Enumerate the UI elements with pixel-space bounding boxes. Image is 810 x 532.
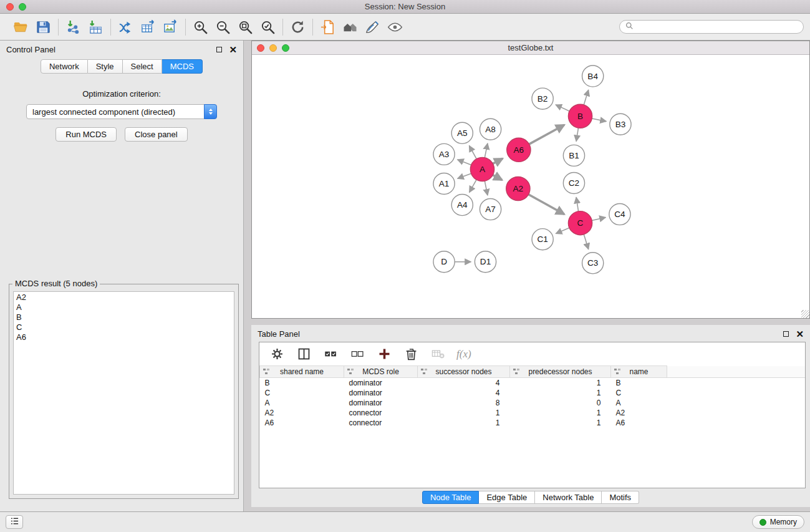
tab-style[interactable]: Style — [88, 59, 123, 74]
network-zoom-button[interactable] — [282, 44, 289, 52]
table-row[interactable]: A6connector11A6 — [260, 418, 806, 428]
graph-node-A5[interactable]: A5 — [451, 122, 473, 143]
network-close-button[interactable] — [257, 44, 264, 52]
result-item[interactable]: C — [16, 322, 231, 332]
column-header[interactable]: name — [611, 366, 667, 378]
graph-edge-C-C3[interactable] — [584, 235, 588, 249]
deselect-all-icon[interactable] — [349, 346, 365, 362]
run-mcds-button[interactable]: Run MCDS — [55, 127, 117, 142]
graph-edge-A-A5[interactable] — [469, 145, 476, 158]
graph-node-A2[interactable]: A2 — [506, 177, 530, 200]
graph-edge-C-C4[interactable] — [592, 218, 605, 221]
select-all-icon[interactable] — [322, 346, 339, 362]
open-session-icon[interactable] — [12, 18, 30, 36]
graph-edge-C-C1[interactable] — [556, 228, 569, 233]
graph-node-C4[interactable]: C4 — [609, 204, 630, 225]
zoom-in-icon[interactable] — [191, 18, 210, 36]
graph-edge-A2-C[interactable] — [529, 195, 564, 215]
tab-select[interactable]: Select — [123, 59, 162, 74]
import-table-icon[interactable] — [87, 18, 105, 36]
function-builder-icon[interactable]: f(x) — [456, 348, 471, 360]
graph-edge-A-A1[interactable] — [458, 173, 471, 178]
task-history-button[interactable] — [6, 515, 23, 529]
home-icon[interactable] — [341, 18, 359, 36]
resize-grip[interactable] — [801, 310, 809, 318]
graph-node-A4[interactable]: A4 — [451, 195, 473, 216]
graph-node-D[interactable]: D — [433, 251, 455, 273]
delete-row-icon[interactable] — [403, 346, 419, 362]
columns-icon[interactable] — [296, 346, 312, 362]
export-image-icon[interactable] — [162, 18, 180, 36]
export-network-icon[interactable] — [117, 18, 135, 36]
add-row-icon[interactable] — [376, 346, 392, 362]
import-network-icon[interactable] — [64, 18, 82, 36]
show-hide-icon[interactable] — [386, 18, 404, 36]
graph-node-A3[interactable]: A3 — [433, 143, 455, 165]
tab-mcds[interactable]: MCDS — [162, 59, 203, 74]
tab-network-table[interactable]: Network Table — [535, 491, 602, 504]
graph-node-A7[interactable]: A7 — [480, 199, 501, 220]
graph-edge-A6-B[interactable] — [529, 125, 564, 144]
open-document-icon[interactable] — [319, 18, 337, 36]
graph-edge-C-C2[interactable] — [576, 197, 579, 211]
graph-node-C[interactable]: C — [568, 211, 592, 235]
clear-table-icon[interactable] — [430, 346, 446, 362]
graph-edge-A-A3[interactable] — [458, 160, 471, 165]
graph-node-B3[interactable]: B3 — [610, 114, 631, 135]
tab-node-table[interactable]: Node Table — [422, 491, 480, 504]
apply-layout-icon[interactable] — [289, 18, 307, 36]
graph-node-D1[interactable]: D1 — [475, 251, 496, 273]
float-table-panel-icon[interactable] — [783, 331, 789, 337]
table-row[interactable]: Adominator80A — [260, 398, 806, 408]
export-table-icon[interactable] — [139, 18, 157, 36]
close-table-panel-icon[interactable]: ✕ — [796, 329, 804, 339]
graph-node-A8[interactable]: A8 — [480, 118, 501, 140]
search-box[interactable] — [619, 20, 804, 34]
result-item[interactable]: A6 — [16, 332, 231, 342]
graph-node-C1[interactable]: C1 — [532, 229, 553, 250]
zoom-fit-icon[interactable] — [236, 18, 254, 36]
graph-edge-B-B4[interactable] — [584, 90, 588, 105]
tab-network[interactable]: Network — [41, 59, 88, 74]
graph-node-A6[interactable]: A6 — [507, 138, 531, 162]
column-header[interactable]: shared name — [260, 366, 344, 378]
graph-node-B4[interactable]: B4 — [582, 65, 604, 87]
search-input[interactable] — [637, 22, 798, 31]
table-row[interactable]: A2connector11A2 — [260, 408, 806, 418]
close-window-button[interactable] — [6, 3, 14, 11]
graph-edge-A-A7[interactable] — [485, 181, 488, 195]
float-panel-icon[interactable] — [216, 47, 222, 52]
zoom-selected-icon[interactable] — [259, 18, 277, 36]
close-panel-icon[interactable]: ✕ — [229, 45, 237, 54]
network-canvas[interactable]: B4B2BB3A5A8A6A3B1AA1C2A2A4A7C4CC1C3DD1 — [252, 56, 809, 318]
graph-edge-B-B1[interactable] — [576, 128, 578, 142]
column-header[interactable]: predecessor nodes — [510, 366, 611, 378]
graph-node-A[interactable]: A — [470, 157, 494, 181]
tab-motifs[interactable]: Motifs — [602, 491, 639, 504]
graph-node-B[interactable]: B — [568, 104, 592, 128]
graph-node-B2[interactable]: B2 — [532, 88, 553, 109]
network-minimize-button[interactable] — [269, 44, 277, 52]
graph-node-A1[interactable]: A1 — [433, 173, 455, 194]
graph-edge-A-A2[interactable] — [493, 175, 502, 180]
settings-icon[interactable] — [269, 346, 285, 362]
memory-button[interactable]: Memory — [752, 515, 804, 529]
graph-edge-B-B3[interactable] — [592, 118, 606, 122]
column-header[interactable]: MCDS role — [344, 366, 418, 378]
graph-edge-A-A6[interactable] — [493, 158, 503, 163]
optimization-criterion-select[interactable]: largest connected component (directed) — [26, 104, 217, 119]
graph-node-C2[interactable]: C2 — [563, 172, 584, 193]
save-session-icon[interactable] — [34, 18, 52, 36]
close-panel-button[interactable]: Close panel — [125, 127, 188, 142]
zoom-window-button[interactable] — [19, 3, 26, 11]
graph-edge-A-A8[interactable] — [485, 143, 488, 158]
result-item[interactable]: A2 — [16, 293, 231, 302]
graph-edge-B-B2[interactable] — [556, 105, 569, 111]
graph-node-B1[interactable]: B1 — [563, 145, 584, 166]
style-brush-icon[interactable] — [364, 18, 382, 36]
tab-edge-table[interactable]: Edge Table — [479, 491, 535, 504]
zoom-out-icon[interactable] — [214, 18, 232, 36]
graph-edge-A-A4[interactable] — [470, 180, 476, 192]
table-row[interactable]: Cdominator41C — [260, 388, 806, 398]
table-row[interactable]: Bdominator41B — [260, 378, 806, 388]
